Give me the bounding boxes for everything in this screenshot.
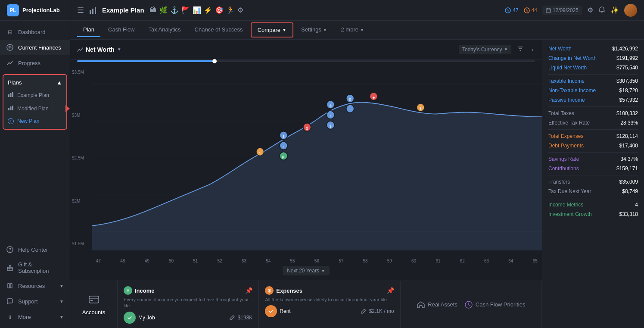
sidebar-item-new-plan[interactable]: + New Plan (3, 115, 66, 127)
plan-icon-1[interactable]: 🏔 (149, 6, 156, 14)
hamburger-button[interactable]: ☰ (77, 6, 84, 15)
topbar-right: 47 44 12/09/2025 ⚙ ✨ (505, 4, 637, 17)
sidebar-item-example-plan[interactable]: Example Plan (3, 88, 66, 102)
plan-icon-2[interactable]: 🌿 (159, 6, 168, 14)
sidebar-item-resources[interactable]: Resources ▼ (0, 278, 70, 294)
accounts-label: Accounts (82, 309, 105, 316)
plan-icon-3[interactable]: ⚓ (170, 6, 179, 14)
plan-icon-5[interactable]: 📊 (193, 6, 201, 14)
metric-divider-6 (548, 198, 638, 198)
metric-label-total-exp[interactable]: Total Expenses (548, 133, 583, 139)
metric-label-inv-growth[interactable]: Investment Growth (548, 211, 592, 217)
sidebar-item-gift-subscription[interactable]: Gift & Subscription (0, 257, 70, 278)
real-assets-nav[interactable]: Real Assets (417, 300, 457, 309)
metric-transfers: Transfers $35,009 (548, 177, 638, 187)
sidebar-item-label: Dashboard (18, 29, 46, 35)
more-icon: ℹ (6, 313, 14, 321)
tab-tax-analytics[interactable]: Tax Analytics (142, 23, 187, 37)
chart-title-chevron[interactable]: ▼ (117, 47, 121, 52)
sidebar-item-progress[interactable]: Progress (0, 55, 70, 71)
metric-label-savings[interactable]: Savings Rate (548, 156, 579, 162)
sidebar: PL ProjectionLab ⊞ Dashboard Current Fin… (0, 0, 70, 328)
income-edit-icon[interactable] (229, 315, 235, 321)
plan-icons-row: 🏔 🌿 ⚓ 🚩 📊 ⚡ 🎯 🏃 ⚙ (149, 6, 243, 14)
user-avatar[interactable] (624, 4, 637, 17)
filter-icon[interactable] (516, 44, 525, 55)
metric-label-eff-tax: Effective Tax Rate (548, 120, 590, 126)
plan-icon-9[interactable]: ⚙ (237, 6, 243, 14)
time-range-button[interactable]: Next 20 Years ▼ (283, 266, 330, 275)
new-plan-label: New Plan (17, 118, 39, 124)
svg-text:$: $ (330, 124, 332, 128)
accounts-card[interactable]: Accounts (70, 281, 118, 328)
svg-rect-10 (92, 9, 93, 14)
metric-divider-4 (548, 152, 638, 153)
expenses-item-label: Rent (280, 308, 358, 314)
sidebar-item-modified-plan[interactable]: Modified Plan (3, 102, 66, 115)
metric-value-contributions: $159,171 (616, 166, 638, 172)
tab-chance-of-success[interactable]: Chance of Success (189, 23, 249, 37)
currency-selector[interactable]: Today's Currency ▼ (459, 45, 511, 54)
chart-title-icon (77, 47, 83, 53)
plan-icon-4[interactable]: 🚩 (181, 6, 190, 14)
wand-icon[interactable]: ✨ (610, 6, 619, 14)
metric-label-debt[interactable]: Debt Payments (548, 143, 584, 149)
metric-label-passive[interactable]: Passive Income (548, 97, 585, 103)
x-label: 65 (533, 259, 538, 263)
expenses-item-icon (265, 305, 277, 317)
metric-label-liquid[interactable]: Liquid Net Worth (548, 65, 587, 71)
chart-controls: Today's Currency ▼ › (459, 44, 535, 55)
logo[interactable]: PL ProjectionLab (0, 0, 70, 21)
expenses-edit-icon[interactable] (361, 308, 367, 314)
resources-chevron: ▼ (59, 284, 64, 288)
chart-container: $3.5M $3M $2.5M $2M $1.5M (70, 66, 542, 263)
chart-svg: $ $ ↑ 🏳 $ $ ↑ $ $ ↑ ★ $ (92, 66, 542, 250)
tab-compare[interactable]: Compare ▼ (251, 22, 293, 37)
metric-label-change[interactable]: Change in Net Worth (548, 55, 597, 61)
notifications-icon[interactable] (598, 6, 605, 15)
metric-value-taxable: $307,850 (616, 78, 638, 84)
plans-header[interactable]: Plans ▲ (3, 77, 66, 88)
metric-investment-growth: Investment Growth $33,318 (548, 209, 638, 219)
plan-icon-7[interactable]: 🎯 (215, 6, 224, 14)
finances-icon (6, 44, 14, 51)
metric-tax-due: Tax Due Next Year $8,749 (548, 187, 638, 196)
chart-header: Net Worth ▼ Today's Currency ▼ › (70, 40, 542, 59)
tab-settings[interactable]: Settings ▼ (295, 23, 333, 37)
sidebar-item-dashboard[interactable]: ⊞ Dashboard (0, 24, 70, 40)
sidebar-item-support[interactable]: Support ▼ (0, 294, 70, 309)
cash-flow-priorities-nav[interactable]: Cash Flow Priorities (464, 300, 526, 309)
metric-label-income-metrics[interactable]: Income Metrics (548, 202, 583, 208)
svg-text:↑: ↑ (283, 145, 284, 149)
chart-icon (89, 6, 97, 14)
expand-icon[interactable]: › (529, 44, 535, 55)
real-assets-icon (417, 300, 425, 309)
plan-icon-8[interactable]: 🏃 (226, 6, 235, 14)
plan-icon-6[interactable]: ⚡ (204, 6, 212, 14)
metric-label-net-worth[interactable]: Net Worth (548, 46, 572, 52)
income-pin-icon[interactable]: 📌 (245, 287, 252, 294)
settings-icon[interactable]: ⚙ (587, 6, 593, 14)
tab-more[interactable]: 2 more ▼ (335, 23, 370, 37)
x-label: 51 (193, 259, 198, 263)
sidebar-item-current-finances[interactable]: Current Finances (0, 40, 70, 55)
compare-chevron: ▼ (282, 28, 286, 32)
y-axis-labels: $3.5M $3M $2.5M $2M $1.5M (70, 66, 92, 250)
sidebar-item-more[interactable]: ℹ More ▼ (0, 309, 70, 325)
metric-effective-tax-rate: Effective Tax Rate 28.33% (548, 118, 638, 128)
metric-value-income-metrics: 4 (635, 202, 638, 208)
expenses-pin-icon[interactable]: 📌 (387, 287, 394, 294)
x-label: 48 (120, 259, 125, 263)
timeline-slider[interactable] (77, 60, 535, 62)
income-card-icon: $ (124, 286, 132, 295)
tab-plan[interactable]: Plan (77, 23, 100, 37)
metric-label-non-taxable[interactable]: Non-Taxable Income (548, 87, 596, 94)
expenses-card-title: Expenses (276, 287, 302, 294)
metric-label-contributions[interactable]: Contributions (548, 166, 579, 172)
sidebar-item-help-center[interactable]: Help Center (0, 242, 70, 257)
tab-cash-flow[interactable]: Cash Flow (102, 23, 140, 37)
support-icon (6, 297, 14, 305)
metric-label-taxable[interactable]: Taxable Income (548, 78, 585, 84)
metric-non-taxable: Non-Taxable Income $18,720 (548, 86, 638, 95)
metric-label-total-taxes: Total Taxes (548, 110, 574, 116)
